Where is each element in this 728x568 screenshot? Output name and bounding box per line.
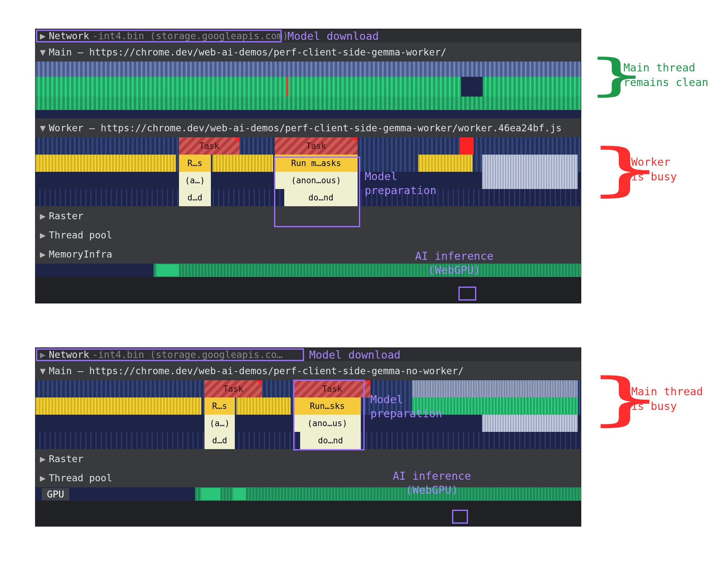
fn-label: do…nd <box>308 193 333 203</box>
main-row-3[interactable]: (a…) (ano…us) <box>35 415 581 432</box>
track-main-header[interactable]: Main — https://chrome.dev/web-ai-demos/p… <box>35 42 581 62</box>
fn-label: d…d <box>188 193 203 203</box>
main-row-2[interactable]: R…s Run…sks <box>35 397 581 415</box>
gpu-activity <box>233 488 246 500</box>
track-network-label: Network <box>49 349 89 360</box>
main-flame-row3[interactable] <box>35 97 581 110</box>
network-file-hint: -int4.bin (storage.googleapis.com) <box>93 30 288 41</box>
main-flame-row2[interactable] <box>35 77 581 97</box>
track-threadpool-header[interactable]: Thread pool <box>35 468 581 487</box>
track-gpu[interactable]: GPU <box>35 264 581 277</box>
gpu-activity <box>157 264 179 277</box>
disclosure-icon <box>40 453 46 464</box>
track-label: Raster <box>49 210 83 222</box>
fn-label: (a…) <box>185 176 205 185</box>
task-block[interactable]: Task <box>294 380 370 397</box>
main-flame-row1[interactable] <box>35 62 581 77</box>
track-network-label: Network <box>49 30 89 41</box>
devtools-perf-panel-worker[interactable]: Network -int4.bin (storage.googleapis.co… <box>35 29 581 303</box>
function-block[interactable]: (ano…us) <box>294 415 361 432</box>
annotation-main-busy: } Main thread is busy <box>587 376 703 422</box>
worker-row-tasks[interactable]: Task Task <box>35 137 581 155</box>
disclosure-icon <box>40 349 46 360</box>
task-block[interactable]: Task <box>204 380 262 397</box>
annotation-main-clean: } Main thread remains clean <box>587 57 708 93</box>
script-block[interactable] <box>35 397 201 415</box>
worker-row-3[interactable]: (a…) (anon…ous) <box>35 172 581 189</box>
task-label: Task <box>322 384 342 394</box>
script-block[interactable] <box>482 155 578 172</box>
disclosure-icon <box>40 472 46 483</box>
track-gpu[interactable]: GPU <box>35 487 581 501</box>
track-worker-header[interactable]: Worker — https://chrome.dev/web-ai-demos… <box>35 118 581 137</box>
fn-label: Run…sks <box>310 401 345 411</box>
main-row-4[interactable]: d…d do…nd <box>35 432 581 449</box>
fn-label: d…d <box>212 436 227 445</box>
worker-row-2[interactable]: R…s Run m…asks <box>35 155 581 172</box>
track-raster-header[interactable]: Raster <box>35 449 581 468</box>
disclosure-icon <box>40 47 46 58</box>
highlight-gpu <box>452 510 468 524</box>
function-block[interactable]: Run…sks <box>294 397 361 415</box>
track-label: Raster <box>49 453 83 464</box>
disclosure-icon <box>40 365 46 376</box>
track-network-header[interactable]: Network -int4.bin (storage.googleapis.co… <box>35 348 581 361</box>
gpu-activity <box>201 488 220 500</box>
main-flame-gap <box>35 110 581 118</box>
function-block[interactable]: Run m…asks <box>275 155 358 172</box>
track-label: Thread pool <box>49 472 112 483</box>
annotation-model-download: Model download <box>287 30 379 42</box>
long-task-marker <box>460 137 474 155</box>
fn-label: R…s <box>212 401 227 411</box>
track-memoryinfra-header[interactable]: MemoryInfra <box>35 245 581 264</box>
function-block[interactable]: R…s <box>204 397 235 415</box>
disclosure-icon <box>40 122 46 134</box>
track-main-label: Main — https://chrome.dev/web-ai-demos/p… <box>49 365 464 376</box>
fn-label: (anon…ous) <box>291 176 341 185</box>
track-main-label: Main — https://chrome.dev/web-ai-demos/p… <box>49 47 446 58</box>
devtools-perf-panel-no-worker[interactable]: Network -int4.bin (storage.googleapis.co… <box>35 347 581 527</box>
function-block[interactable]: d…d <box>204 432 235 449</box>
script-block[interactable] <box>236 397 291 415</box>
track-gpu-label: GPU <box>42 488 69 500</box>
flame-block[interactable] <box>482 415 578 432</box>
task-label: Task <box>223 384 243 394</box>
fn-label: (ano…us) <box>307 418 347 428</box>
task-label: Task <box>306 141 326 151</box>
function-block[interactable]: R…s <box>179 155 211 172</box>
task-label: Task <box>199 141 219 151</box>
script-block[interactable] <box>212 155 273 172</box>
function-block[interactable]: d…d <box>179 189 211 206</box>
fn-label: (a…) <box>210 418 230 428</box>
track-main-header[interactable]: Main — https://chrome.dev/web-ai-demos/p… <box>35 361 581 380</box>
function-block[interactable]: (anon…ous) <box>275 172 358 189</box>
function-block[interactable]: do…nd <box>284 189 358 206</box>
main-row-tasks[interactable]: Task Task <box>35 380 581 397</box>
fn-label: R…s <box>188 159 203 168</box>
script-block[interactable] <box>482 172 578 189</box>
script-block[interactable] <box>35 155 176 172</box>
disclosure-icon <box>40 230 46 241</box>
track-raster-header[interactable]: Raster <box>35 206 581 225</box>
disclosure-icon <box>40 210 46 222</box>
network-file-hint: -int4.bin (storage.googleapis.co… <box>93 349 283 360</box>
task-block[interactable]: Task <box>179 137 240 155</box>
annotation-model-prep: Model preparation <box>365 169 436 197</box>
fn-label: do…nd <box>318 436 343 445</box>
track-label: MemoryInfra <box>49 249 112 260</box>
fn-label: Run m…asks <box>291 159 341 168</box>
function-block[interactable]: (a…) <box>204 415 235 432</box>
annotation-model-download: Model download <box>309 348 401 361</box>
function-block[interactable]: (a…) <box>179 172 211 189</box>
annotation-ai-inference: AI inference (WebGPU) <box>393 469 471 497</box>
disclosure-icon <box>40 249 46 260</box>
highlight-gpu <box>458 286 476 300</box>
task-block[interactable]: Task <box>275 137 358 155</box>
disclosure-icon <box>40 30 46 41</box>
annotation-worker-busy: } Worker is busy <box>587 147 677 193</box>
function-block[interactable]: do…nd <box>300 432 361 449</box>
track-label: Thread pool <box>49 230 112 241</box>
worker-row-4[interactable]: d…d do…nd <box>35 189 581 206</box>
track-threadpool-header[interactable]: Thread pool <box>35 225 581 245</box>
track-worker-label: Worker — https://chrome.dev/web-ai-demos… <box>49 122 561 134</box>
